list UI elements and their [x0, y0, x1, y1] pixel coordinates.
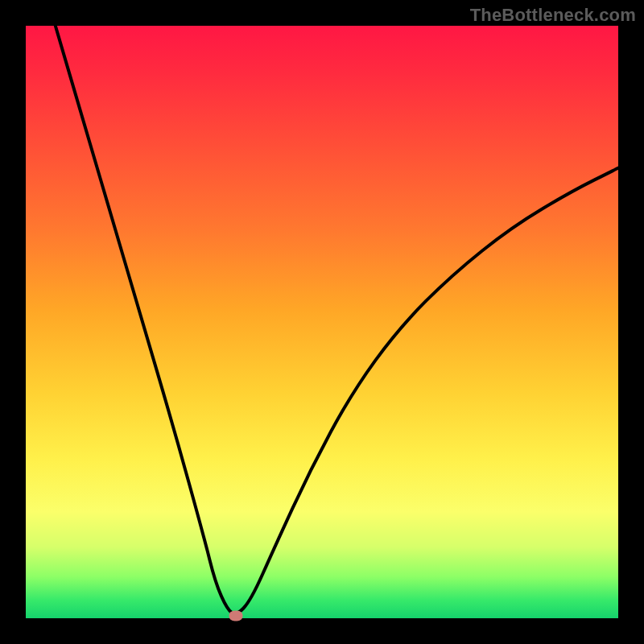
watermark-text: TheBottleneck.com — [470, 5, 636, 26]
chart-frame: TheBottleneck.com — [0, 0, 644, 644]
bottleneck-curve — [26, 26, 618, 618]
minimum-marker — [229, 611, 243, 621]
plot-area — [26, 26, 618, 618]
